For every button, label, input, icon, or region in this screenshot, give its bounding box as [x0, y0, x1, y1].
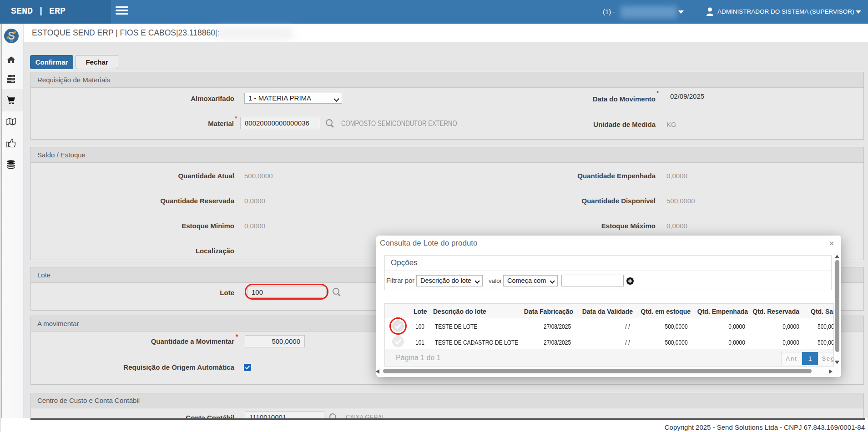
svg-text:erp: erp: [10, 40, 13, 42]
